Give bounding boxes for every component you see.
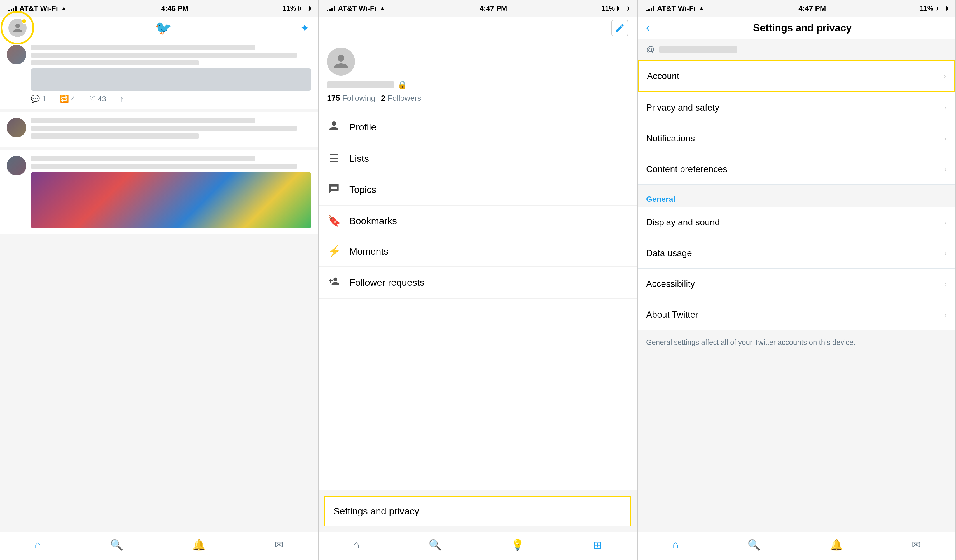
settings-header: ‹ Settings and privacy <box>638 17 955 39</box>
reply-icon: 💬 <box>31 94 40 103</box>
time-label: 4:46 PM <box>161 4 189 13</box>
notifications-nav[interactable]: 🔔 <box>192 539 206 551</box>
search-nav[interactable]: 🔍 <box>747 539 761 551</box>
lists-menu-icon: ☰ <box>327 152 341 165</box>
data-usage-item[interactable]: Data usage › <box>638 238 955 269</box>
profile-name-row: 🔒 <box>327 80 628 89</box>
settings-page-title: Settings and privacy <box>658 22 947 34</box>
settings-footer-text: General settings affect all of your Twit… <box>638 330 955 355</box>
share-action[interactable]: ↑ <box>120 94 124 103</box>
home-nav[interactable]: ⌂ <box>35 539 41 551</box>
privacy-safety-item[interactable]: Privacy and safety › <box>638 93 955 123</box>
account-label: Account <box>647 71 679 81</box>
menu-item-lists[interactable]: ☰ Lists <box>319 143 637 174</box>
twitter-logo: 🐦 <box>155 20 172 36</box>
battery-icon <box>299 6 310 11</box>
like-action[interactable]: ♡ 43 <box>89 94 106 103</box>
bottom-nav-panel1: ⌂ 🔍 🔔 ✉ <box>0 532 318 560</box>
topics-label: Topics <box>349 184 376 195</box>
time-label: 4:47 PM <box>480 4 507 13</box>
messages-nav[interactable]: ✉ <box>912 539 921 551</box>
reply-count: 1 <box>42 94 46 103</box>
like-icon: ♡ <box>89 94 96 103</box>
chevron-right-icon: › <box>944 279 947 289</box>
tweet-text-blur2 <box>31 60 199 66</box>
chevron-right-icon: › <box>944 103 947 112</box>
home-nav[interactable]: ⌂ <box>353 539 359 551</box>
section-divider <box>638 185 955 188</box>
lock-icon: 🔒 <box>398 80 407 89</box>
tweet-name-blur <box>31 118 255 123</box>
followers-stat[interactable]: 2 Followers <box>381 94 421 103</box>
edit-profile-icon[interactable] <box>612 20 628 36</box>
profile-menu-icon <box>327 120 341 134</box>
followers-count: 2 <box>381 94 385 103</box>
notification-dot <box>22 19 27 24</box>
display-sound-label: Display and sound <box>646 217 720 227</box>
feed-header: 🐦 ✦ <box>0 17 318 39</box>
following-stat[interactable]: 175 Following <box>327 94 376 103</box>
moments-label: Moments <box>349 246 388 257</box>
carrier-label: AT&T Wi-Fi <box>657 4 696 13</box>
battery-label: 11% <box>601 5 615 12</box>
footer-description: General settings affect all of your Twit… <box>646 338 855 347</box>
carrier-label: AT&T Wi-Fi <box>19 4 58 13</box>
content-preferences-item[interactable]: Content preferences › <box>638 154 955 185</box>
time-label: 4:47 PM <box>799 4 826 13</box>
follower-requests-label: Follower requests <box>349 277 425 288</box>
about-twitter-item[interactable]: About Twitter › <box>638 300 955 330</box>
profile-avatar[interactable] <box>327 47 355 75</box>
search-nav[interactable]: 🔍 <box>110 539 123 551</box>
accessibility-label: Accessibility <box>646 279 695 289</box>
notifications-item[interactable]: Notifications › <box>638 123 955 154</box>
tweet-avatar[interactable] <box>7 45 26 64</box>
notifications-label: Notifications <box>646 133 695 144</box>
reply-action[interactable]: 💬 1 <box>31 94 46 103</box>
avatar-wrapper[interactable] <box>8 19 27 37</box>
menu-item-topics[interactable]: Topics <box>319 174 637 206</box>
search-nav[interactable]: 🔍 <box>429 539 442 551</box>
user-avatar[interactable] <box>8 19 27 37</box>
messages-nav[interactable]: ✉ <box>275 539 284 551</box>
person-icon <box>12 22 23 34</box>
panel-settings: AT&T Wi-Fi ▲ 4:47 PM 11% ‹ Settings and … <box>637 0 956 560</box>
menu-header <box>319 17 637 39</box>
signal-bars <box>8 5 17 11</box>
chevron-right-icon: › <box>944 134 947 143</box>
menu-item-profile[interactable]: Profile <box>319 111 637 143</box>
tweet-actions: 💬 1 🔁 4 ♡ 43 ↑ <box>31 94 311 103</box>
tweet-text-blur2 <box>31 133 199 138</box>
tweet-body <box>31 118 311 141</box>
like-count: 43 <box>98 94 106 103</box>
account-info-section: @ <box>638 39 955 60</box>
home-nav[interactable]: ⌂ <box>672 539 679 551</box>
privacy-safety-label: Privacy and safety <box>646 102 719 113</box>
profile-person-icon <box>333 53 349 70</box>
retweet-count: 4 <box>71 94 75 103</box>
battery-label: 11% <box>920 5 933 12</box>
profile-stats: 175 Following 2 Followers <box>327 94 628 103</box>
moments-menu-icon: ⚡ <box>327 245 341 257</box>
tweet-media-image <box>31 172 311 228</box>
tweet-text-blur <box>31 53 297 58</box>
retweet-action[interactable]: 🔁 4 <box>60 94 75 103</box>
tweet-avatar[interactable] <box>7 156 26 176</box>
status-bar-panel2: AT&T Wi-Fi ▲ 4:47 PM 11% <box>319 0 637 17</box>
notifications-nav[interactable]: 💡 <box>511 539 524 551</box>
chevron-right-icon: › <box>944 165 947 174</box>
settings-and-privacy-item[interactable]: Settings and privacy <box>324 496 631 526</box>
tweet-item <box>0 150 318 234</box>
sparkle-icon[interactable]: ✦ <box>300 22 310 35</box>
profile-section: 🔒 175 Following 2 Followers <box>319 39 637 111</box>
menu-item-bookmarks[interactable]: 🔖 Bookmarks <box>319 206 637 236</box>
menu-item-follower-requests[interactable]: Follower requests <box>319 267 637 299</box>
menu-item-moments[interactable]: ⚡ Moments <box>319 236 637 267</box>
notifications-nav[interactable]: 🔔 <box>830 539 843 551</box>
back-button[interactable]: ‹ <box>646 22 650 34</box>
tweet-avatar[interactable] <box>7 118 26 137</box>
tweet-text-blur <box>31 164 297 169</box>
account-settings-item[interactable]: Account › <box>638 60 955 92</box>
grid-nav[interactable]: ⊞ <box>593 539 602 551</box>
accessibility-item[interactable]: Accessibility › <box>638 269 955 300</box>
display-sound-item[interactable]: Display and sound › <box>638 207 955 238</box>
